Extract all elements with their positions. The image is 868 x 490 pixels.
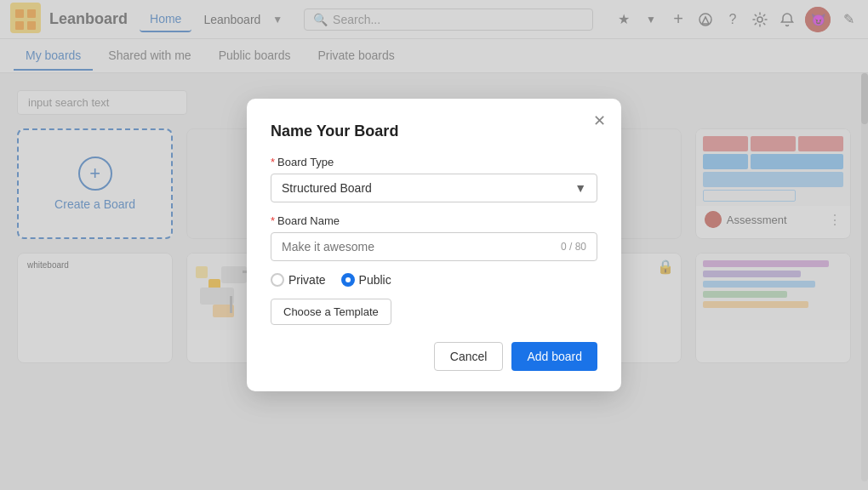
choose-template-button[interactable]: Choose a Template bbox=[271, 299, 391, 325]
modal-actions: Cancel Add board bbox=[271, 342, 597, 371]
required-star-type: * bbox=[271, 156, 275, 168]
radio-public bbox=[341, 273, 355, 287]
modal-title: Name Your Board bbox=[271, 122, 597, 140]
privacy-private-option[interactable]: Private bbox=[271, 273, 326, 287]
select-chevron-icon: ▼ bbox=[574, 181, 586, 195]
board-name-row: 0 / 80 bbox=[271, 232, 597, 261]
template-btn-wrap: Choose a Template bbox=[271, 299, 597, 325]
board-type-label: * Board Type bbox=[271, 156, 597, 168]
board-name-input[interactable] bbox=[282, 233, 561, 260]
board-name-counter: 0 / 80 bbox=[561, 241, 586, 253]
board-name-label: * Board Name bbox=[271, 214, 597, 227]
radio-private bbox=[271, 273, 284, 287]
required-star-name: * bbox=[271, 214, 275, 227]
modal-close-button[interactable]: ✕ bbox=[589, 111, 609, 131]
cancel-button[interactable]: Cancel bbox=[434, 342, 504, 371]
board-type-group: * Board Type Structured Board ▼ bbox=[271, 156, 597, 202]
modal-overlay[interactable]: Name Your Board ✕ * Board Type Structure… bbox=[0, 0, 868, 490]
modal: Name Your Board ✕ * Board Type Structure… bbox=[247, 99, 621, 391]
board-type-select[interactable]: Structured Board ▼ bbox=[271, 174, 597, 202]
board-type-value: Structured Board bbox=[282, 181, 372, 195]
board-name-group: * Board Name 0 / 80 bbox=[271, 214, 597, 261]
privacy-row: Private Public bbox=[271, 273, 597, 287]
add-board-button[interactable]: Add board bbox=[511, 342, 597, 371]
privacy-public-option[interactable]: Public bbox=[341, 273, 391, 287]
